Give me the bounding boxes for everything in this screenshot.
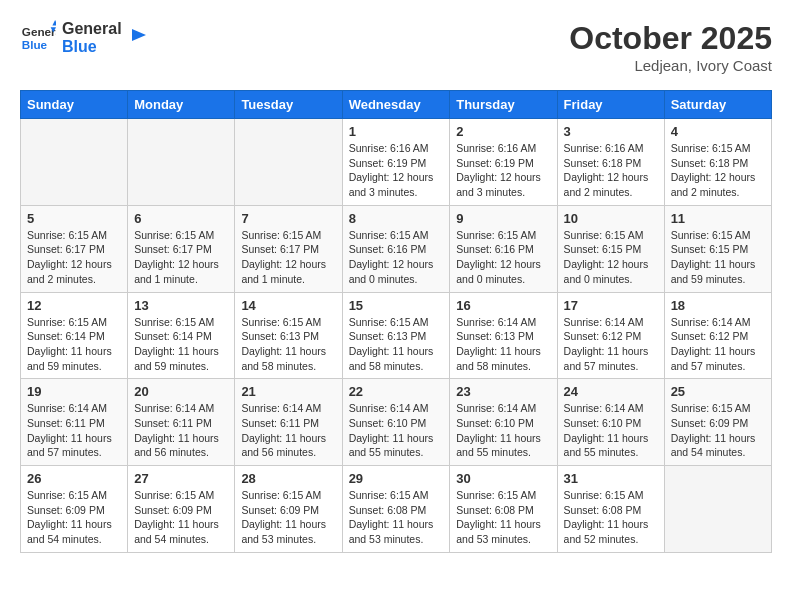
calendar-cell xyxy=(21,119,128,206)
day-number: 18 xyxy=(671,298,765,313)
day-info: Sunrise: 6:15 AM Sunset: 6:17 PM Dayligh… xyxy=(134,228,228,287)
day-number: 7 xyxy=(241,211,335,226)
day-number: 12 xyxy=(27,298,121,313)
calendar-cell: 18Sunrise: 6:14 AM Sunset: 6:12 PM Dayli… xyxy=(664,292,771,379)
day-info: Sunrise: 6:15 AM Sunset: 6:08 PM Dayligh… xyxy=(456,488,550,547)
day-number: 11 xyxy=(671,211,765,226)
calendar-cell: 20Sunrise: 6:14 AM Sunset: 6:11 PM Dayli… xyxy=(128,379,235,466)
day-info: Sunrise: 6:15 AM Sunset: 6:09 PM Dayligh… xyxy=(671,401,765,460)
day-number: 21 xyxy=(241,384,335,399)
day-number: 20 xyxy=(134,384,228,399)
calendar-cell: 30Sunrise: 6:15 AM Sunset: 6:08 PM Dayli… xyxy=(450,466,557,553)
page: General Blue General Blue October 2025 L… xyxy=(0,0,792,563)
calendar-cell: 4Sunrise: 6:15 AM Sunset: 6:18 PM Daylig… xyxy=(664,119,771,206)
day-info: Sunrise: 6:14 AM Sunset: 6:10 PM Dayligh… xyxy=(456,401,550,460)
day-info: Sunrise: 6:16 AM Sunset: 6:18 PM Dayligh… xyxy=(564,141,658,200)
weekday-header-friday: Friday xyxy=(557,91,664,119)
day-info: Sunrise: 6:15 AM Sunset: 6:18 PM Dayligh… xyxy=(671,141,765,200)
day-info: Sunrise: 6:14 AM Sunset: 6:10 PM Dayligh… xyxy=(349,401,444,460)
calendar-cell: 6Sunrise: 6:15 AM Sunset: 6:17 PM Daylig… xyxy=(128,205,235,292)
day-number: 15 xyxy=(349,298,444,313)
calendar-cell: 11Sunrise: 6:15 AM Sunset: 6:15 PM Dayli… xyxy=(664,205,771,292)
day-info: Sunrise: 6:14 AM Sunset: 6:11 PM Dayligh… xyxy=(241,401,335,460)
day-info: Sunrise: 6:14 AM Sunset: 6:11 PM Dayligh… xyxy=(134,401,228,460)
weekday-header-tuesday: Tuesday xyxy=(235,91,342,119)
day-number: 17 xyxy=(564,298,658,313)
calendar-cell: 14Sunrise: 6:15 AM Sunset: 6:13 PM Dayli… xyxy=(235,292,342,379)
day-info: Sunrise: 6:15 AM Sunset: 6:14 PM Dayligh… xyxy=(134,315,228,374)
week-row-2: 5Sunrise: 6:15 AM Sunset: 6:17 PM Daylig… xyxy=(21,205,772,292)
calendar-cell: 17Sunrise: 6:14 AM Sunset: 6:12 PM Dayli… xyxy=(557,292,664,379)
day-number: 29 xyxy=(349,471,444,486)
day-number: 23 xyxy=(456,384,550,399)
weekday-header-sunday: Sunday xyxy=(21,91,128,119)
day-info: Sunrise: 6:14 AM Sunset: 6:12 PM Dayligh… xyxy=(564,315,658,374)
calendar-cell: 7Sunrise: 6:15 AM Sunset: 6:17 PM Daylig… xyxy=(235,205,342,292)
calendar-cell: 29Sunrise: 6:15 AM Sunset: 6:08 PM Dayli… xyxy=(342,466,450,553)
header: General Blue General Blue October 2025 L… xyxy=(20,20,772,74)
day-number: 10 xyxy=(564,211,658,226)
week-row-3: 12Sunrise: 6:15 AM Sunset: 6:14 PM Dayli… xyxy=(21,292,772,379)
weekday-header-wednesday: Wednesday xyxy=(342,91,450,119)
day-number: 27 xyxy=(134,471,228,486)
day-number: 16 xyxy=(456,298,550,313)
day-info: Sunrise: 6:14 AM Sunset: 6:11 PM Dayligh… xyxy=(27,401,121,460)
day-number: 13 xyxy=(134,298,228,313)
day-info: Sunrise: 6:15 AM Sunset: 6:16 PM Dayligh… xyxy=(349,228,444,287)
day-info: Sunrise: 6:15 AM Sunset: 6:15 PM Dayligh… xyxy=(564,228,658,287)
day-number: 14 xyxy=(241,298,335,313)
weekday-header-saturday: Saturday xyxy=(664,91,771,119)
title-block: October 2025 Ledjean, Ivory Coast xyxy=(569,20,772,74)
day-number: 19 xyxy=(27,384,121,399)
calendar-cell: 2Sunrise: 6:16 AM Sunset: 6:19 PM Daylig… xyxy=(450,119,557,206)
week-row-1: 1Sunrise: 6:16 AM Sunset: 6:19 PM Daylig… xyxy=(21,119,772,206)
calendar-cell: 31Sunrise: 6:15 AM Sunset: 6:08 PM Dayli… xyxy=(557,466,664,553)
day-number: 30 xyxy=(456,471,550,486)
calendar-cell: 24Sunrise: 6:14 AM Sunset: 6:10 PM Dayli… xyxy=(557,379,664,466)
logo-icon: General Blue xyxy=(20,20,56,56)
day-info: Sunrise: 6:15 AM Sunset: 6:09 PM Dayligh… xyxy=(241,488,335,547)
day-number: 28 xyxy=(241,471,335,486)
day-info: Sunrise: 6:15 AM Sunset: 6:08 PM Dayligh… xyxy=(349,488,444,547)
day-info: Sunrise: 6:15 AM Sunset: 6:16 PM Dayligh… xyxy=(456,228,550,287)
day-number: 5 xyxy=(27,211,121,226)
day-info: Sunrise: 6:15 AM Sunset: 6:14 PM Dayligh… xyxy=(27,315,121,374)
day-info: Sunrise: 6:15 AM Sunset: 6:09 PM Dayligh… xyxy=(134,488,228,547)
calendar-cell: 13Sunrise: 6:15 AM Sunset: 6:14 PM Dayli… xyxy=(128,292,235,379)
calendar-cell: 26Sunrise: 6:15 AM Sunset: 6:09 PM Dayli… xyxy=(21,466,128,553)
logo-line2: Blue xyxy=(62,38,122,56)
calendar-cell: 9Sunrise: 6:15 AM Sunset: 6:16 PM Daylig… xyxy=(450,205,557,292)
weekday-header-row: SundayMondayTuesdayWednesdayThursdayFrid… xyxy=(21,91,772,119)
day-number: 6 xyxy=(134,211,228,226)
calendar-cell: 23Sunrise: 6:14 AM Sunset: 6:10 PM Dayli… xyxy=(450,379,557,466)
day-number: 8 xyxy=(349,211,444,226)
location: Ledjean, Ivory Coast xyxy=(569,57,772,74)
day-number: 2 xyxy=(456,124,550,139)
calendar-cell xyxy=(664,466,771,553)
calendar-cell xyxy=(128,119,235,206)
logo-flag-icon xyxy=(128,27,150,49)
month-title: October 2025 xyxy=(569,20,772,57)
day-number: 22 xyxy=(349,384,444,399)
day-info: Sunrise: 6:14 AM Sunset: 6:12 PM Dayligh… xyxy=(671,315,765,374)
calendar-cell: 12Sunrise: 6:15 AM Sunset: 6:14 PM Dayli… xyxy=(21,292,128,379)
calendar-cell: 22Sunrise: 6:14 AM Sunset: 6:10 PM Dayli… xyxy=(342,379,450,466)
day-number: 31 xyxy=(564,471,658,486)
day-info: Sunrise: 6:15 AM Sunset: 6:17 PM Dayligh… xyxy=(241,228,335,287)
day-info: Sunrise: 6:14 AM Sunset: 6:10 PM Dayligh… xyxy=(564,401,658,460)
calendar-cell: 25Sunrise: 6:15 AM Sunset: 6:09 PM Dayli… xyxy=(664,379,771,466)
calendar-cell xyxy=(235,119,342,206)
calendar-table: SundayMondayTuesdayWednesdayThursdayFrid… xyxy=(20,90,772,553)
calendar-cell: 15Sunrise: 6:15 AM Sunset: 6:13 PM Dayli… xyxy=(342,292,450,379)
day-info: Sunrise: 6:14 AM Sunset: 6:13 PM Dayligh… xyxy=(456,315,550,374)
svg-text:General: General xyxy=(22,25,56,38)
day-info: Sunrise: 6:15 AM Sunset: 6:17 PM Dayligh… xyxy=(27,228,121,287)
svg-marker-4 xyxy=(132,29,146,41)
calendar-cell: 1Sunrise: 6:16 AM Sunset: 6:19 PM Daylig… xyxy=(342,119,450,206)
calendar-cell: 5Sunrise: 6:15 AM Sunset: 6:17 PM Daylig… xyxy=(21,205,128,292)
day-number: 24 xyxy=(564,384,658,399)
calendar-cell: 27Sunrise: 6:15 AM Sunset: 6:09 PM Dayli… xyxy=(128,466,235,553)
day-number: 25 xyxy=(671,384,765,399)
day-info: Sunrise: 6:15 AM Sunset: 6:15 PM Dayligh… xyxy=(671,228,765,287)
day-number: 1 xyxy=(349,124,444,139)
